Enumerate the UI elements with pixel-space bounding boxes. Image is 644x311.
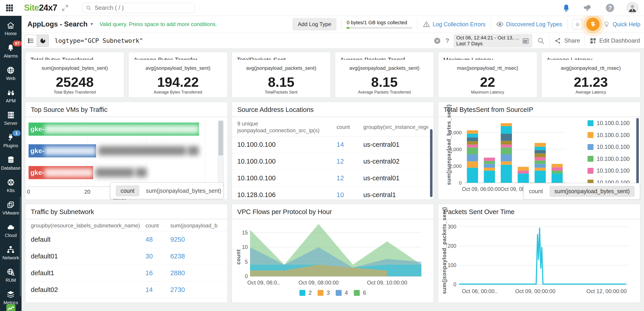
bar-label-redacted: █████████████████████████████████ xyxy=(44,125,199,134)
sidebar-item-server[interactable]: Server xyxy=(4,111,18,126)
query-input[interactable]: logtype="GCP Subnetwork" xyxy=(55,37,434,44)
toggle-sum[interactable]: sum(jsonpayload_bytes_sent) xyxy=(146,188,221,194)
applogs-green-icon[interactable] xyxy=(6,304,16,311)
announcements-megaphone-icon[interactable] xyxy=(583,3,593,13)
quick-help-link[interactable]: Quick Help xyxy=(613,21,640,28)
dashboard-home-button[interactable] xyxy=(572,19,583,29)
widget-packets-over-time: Packets Sent Over Time sum(jsonpayload_p… xyxy=(438,204,640,303)
toggle-count[interactable]: count xyxy=(529,188,543,195)
metrics-layers-icon xyxy=(6,290,15,299)
stat-value: 22 xyxy=(438,74,537,90)
table-cell-link[interactable]: 6238 xyxy=(170,253,222,260)
help-question-icon[interactable]: ? xyxy=(605,3,615,13)
guided-tour-signpost-icon[interactable] xyxy=(586,18,600,31)
table-cell-link[interactable]: 9250 xyxy=(170,236,222,243)
bar[interactable]: gke-██████████ xyxy=(28,144,96,157)
table-cell-link[interactable]: 16 xyxy=(146,269,170,277)
svg-text:Oct 09, 00:00:00: Oct 09, 00:00:00 xyxy=(515,288,555,294)
table-cell-link[interactable]: 2880 xyxy=(170,269,222,277)
page-title[interactable]: AppLogs - Search xyxy=(28,20,88,28)
app-grid-icon[interactable] xyxy=(5,3,14,12)
table-row: 10.128.0.10610us-central1 xyxy=(232,187,434,200)
add-log-type-button[interactable]: Add Log Type xyxy=(293,18,336,30)
table-cell-link[interactable]: 48 xyxy=(146,236,170,243)
date-range-picker[interactable]: Oct 06, 12:44:21 - Oct 13, ... Last 7 Da… xyxy=(454,34,532,47)
quick-help-bulb-icon[interactable] xyxy=(603,20,610,28)
svg-text:Oct 09, 06:0..: Oct 09, 06:0.. xyxy=(247,280,280,286)
sidebar-item-network[interactable]: Network xyxy=(2,245,19,261)
toggle-count[interactable]: count xyxy=(116,186,139,196)
search-icon xyxy=(86,5,92,11)
edit-dashboard-button[interactable]: Edit Dashboard xyxy=(589,37,640,44)
legend-item[interactable]: 6 xyxy=(354,290,366,296)
stat-card-avg-latency[interactable]: Average Latency avg(jsonpayload_rtt_msec… xyxy=(541,52,640,98)
legend-item[interactable]: 3 xyxy=(318,290,330,296)
table-cell: 10.100.0.100 xyxy=(237,174,336,182)
search-input[interactable] xyxy=(94,4,185,11)
stat-card-total-bytes[interactable]: Total Bytes Transferred sum(jsonpayload_… xyxy=(25,52,124,98)
search-run-icon[interactable] xyxy=(537,37,545,45)
table-cell-link[interactable]: 14 xyxy=(336,141,363,148)
table-cell-link[interactable]: 14 xyxy=(146,286,170,294)
site24x7-logo[interactable]: Site24x7 xyxy=(24,3,57,13)
bar[interactable]: gke-██████████ xyxy=(28,166,93,179)
legend-item[interactable]: 10.100.0.100 xyxy=(588,156,630,162)
legend-item[interactable]: 4 xyxy=(336,290,348,296)
legend-item[interactable]: 10.100.0.100 xyxy=(588,132,630,138)
stat-card-avg-packets[interactable]: Average Packets Transf... avg(jsonpayloa… xyxy=(335,52,434,98)
sidebar-item-database[interactable]: Database xyxy=(1,155,21,171)
sidebar-scrollbar[interactable] xyxy=(20,197,21,296)
widget-total-bytes-sent: Total BytesSent from SourceIP sum(jsonpa… xyxy=(438,102,640,200)
table-cell-link[interactable]: 12 xyxy=(336,174,363,182)
discovered-log-types-link[interactable]: Discovered Log Types xyxy=(496,20,562,28)
query-help[interactable]: ? xyxy=(446,37,449,44)
sidebar-item-metrics[interactable]: Metrics xyxy=(4,290,18,305)
sidebar-item-web[interactable]: Web xyxy=(6,66,16,81)
table-cell-link[interactable]: 12 xyxy=(336,158,363,165)
widget-row-1: Top Source VMs by Traffic gke-██████████… xyxy=(25,102,640,200)
sidebar-item-vmware[interactable]: VMware xyxy=(2,200,19,216)
sidebar-item-rum[interactable]: RUM xyxy=(6,268,16,283)
divider xyxy=(490,19,491,29)
legend-item[interactable]: 10.100.0.100 xyxy=(588,144,630,150)
svg-text:Oct 09, 08:00:00: Oct 09, 08:00:00 xyxy=(298,280,338,286)
stat-card-max-latency[interactable]: Maximum Latency max(jsonpayload_rtt_msec… xyxy=(438,52,537,98)
widget-title: Source Address Locations xyxy=(232,102,434,117)
hbar-scrollbar[interactable] xyxy=(218,120,224,186)
share-button[interactable]: Share xyxy=(554,37,580,44)
global-search[interactable] xyxy=(82,3,194,13)
pie-chart-icon xyxy=(40,37,46,44)
legend-item[interactable]: 10.100.0.100 xyxy=(588,120,630,126)
stat-card-avg-bytes[interactable]: Average Bytes Transfer... avg(jsonpayloa… xyxy=(128,52,227,98)
bar[interactable]: gke-█████████████████████████████████ xyxy=(28,123,199,136)
log-collection-errors-link[interactable]: Log Collection Errors xyxy=(422,20,485,28)
clear-query-icon[interactable] xyxy=(434,37,441,44)
sidebar-item-apm[interactable]: APM xyxy=(6,88,16,103)
sidebar-item-cloud[interactable]: Cloud xyxy=(5,223,16,238)
chart-view-button[interactable] xyxy=(37,35,48,47)
table-cell-link[interactable]: 30 xyxy=(146,253,170,260)
list-view-button[interactable] xyxy=(25,35,37,47)
table-cell: 10.100.0.100 xyxy=(237,158,336,165)
table-scrollbar[interactable] xyxy=(430,129,432,197)
notifications-bell-icon[interactable] xyxy=(562,3,571,13)
sidebar-item-k8s[interactable]: K8s xyxy=(6,178,16,193)
toggle-sum[interactable]: sum(jsonpayload_bytes_sent) xyxy=(550,186,634,197)
legend-item[interactable]: 10.100.0.100 xyxy=(588,167,630,174)
widget-row-2: Traffic by Subnetwork groupby(resource_l… xyxy=(25,204,640,303)
y-axis-label: count xyxy=(236,249,242,265)
rum-icon xyxy=(6,268,15,277)
expand-icon[interactable] xyxy=(61,4,69,12)
area-chart: 051015Oct 09, 06:0..Oct 09, 08:00:00Oct … xyxy=(237,219,426,287)
table-cell-link[interactable]: 10 xyxy=(336,191,363,199)
table-cell-link[interactable]: 2730 xyxy=(170,286,222,294)
sidebar-item-alarms[interactable]: 87 Alarms xyxy=(4,43,18,59)
user-avatar[interactable] xyxy=(627,2,638,13)
sidebar-item-home[interactable]: Home xyxy=(5,21,17,36)
sidebar-item-plugins[interactable]: 1 Plugins xyxy=(4,133,18,148)
database-icon xyxy=(6,155,16,164)
legend-item[interactable]: 2 xyxy=(300,290,312,296)
stat-card-total-packets[interactable]: TotalPackets Sent avg(jsonpayload_packet… xyxy=(232,52,331,98)
title-dropdown-caret[interactable]: ▼ xyxy=(90,22,94,26)
table-row: default11122100 xyxy=(26,298,227,303)
